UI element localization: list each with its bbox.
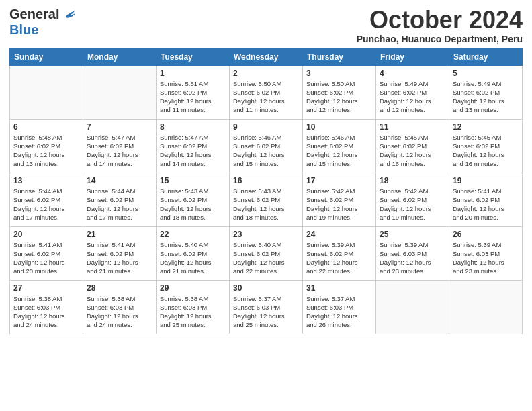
calendar-day-cell: 3Sunrise: 5:50 AM Sunset: 6:02 PM Daylig… — [303, 65, 376, 119]
day-number: 13 — [13, 176, 79, 185]
day-info: Sunrise: 5:39 AM Sunset: 6:03 PM Dayligh… — [453, 240, 519, 276]
day-number: 12 — [453, 122, 519, 132]
day-number: 5 — [453, 68, 519, 78]
calendar-day-cell: 17Sunrise: 5:42 AM Sunset: 6:02 PM Dayli… — [303, 173, 376, 226]
day-info: Sunrise: 5:37 AM Sunset: 6:03 PM Dayligh… — [233, 294, 299, 330]
day-info: Sunrise: 5:40 AM Sunset: 6:02 PM Dayligh… — [233, 240, 299, 276]
calendar-day-cell: 6Sunrise: 5:48 AM Sunset: 6:02 PM Daylig… — [10, 119, 83, 173]
col-sunday: Sunday — [10, 48, 83, 65]
day-number: 23 — [233, 230, 299, 239]
day-info: Sunrise: 5:42 AM Sunset: 6:02 PM Dayligh… — [306, 187, 372, 222]
day-number: 9 — [233, 122, 299, 132]
day-info: Sunrise: 5:38 AM Sunset: 6:03 PM Dayligh… — [13, 294, 79, 330]
day-info: Sunrise: 5:37 AM Sunset: 6:03 PM Dayligh… — [306, 294, 372, 330]
logo-general: General — [9, 7, 59, 22]
logo-bird-icon — [62, 7, 77, 22]
day-number: 21 — [87, 230, 152, 239]
day-info: Sunrise: 5:41 AM Sunset: 6:02 PM Dayligh… — [87, 240, 152, 276]
day-info: Sunrise: 5:47 AM Sunset: 6:02 PM Dayligh… — [87, 133, 152, 169]
day-number: 3 — [306, 68, 372, 78]
day-info: Sunrise: 5:40 AM Sunset: 6:02 PM Dayligh… — [160, 240, 226, 276]
day-number: 7 — [87, 122, 152, 132]
calendar-day-cell — [449, 280, 523, 334]
day-number: 18 — [380, 176, 445, 185]
col-wednesday: Wednesday — [230, 48, 303, 65]
calendar-day-cell: 11Sunrise: 5:45 AM Sunset: 6:02 PM Dayli… — [376, 119, 449, 173]
calendar-day-cell: 26Sunrise: 5:39 AM Sunset: 6:03 PM Dayli… — [449, 226, 523, 280]
day-number: 22 — [160, 230, 226, 239]
calendar-day-cell: 1Sunrise: 5:51 AM Sunset: 6:02 PM Daylig… — [157, 65, 230, 119]
calendar-day-cell: 30Sunrise: 5:37 AM Sunset: 6:03 PM Dayli… — [230, 280, 303, 334]
day-info: Sunrise: 5:48 AM Sunset: 6:02 PM Dayligh… — [13, 133, 79, 169]
day-number: 8 — [160, 122, 226, 132]
day-number: 1 — [160, 68, 226, 78]
day-number: 19 — [453, 176, 519, 185]
calendar-day-cell: 16Sunrise: 5:43 AM Sunset: 6:02 PM Dayli… — [230, 173, 303, 226]
day-number: 28 — [87, 283, 152, 293]
calendar-day-cell: 18Sunrise: 5:42 AM Sunset: 6:02 PM Dayli… — [376, 173, 449, 226]
title-area: October 2024 Punchao, Huanuco Department… — [357, 7, 523, 44]
day-number: 31 — [306, 283, 372, 293]
day-info: Sunrise: 5:44 AM Sunset: 6:02 PM Dayligh… — [87, 187, 152, 222]
calendar-day-cell: 31Sunrise: 5:37 AM Sunset: 6:03 PM Dayli… — [303, 280, 376, 334]
day-info: Sunrise: 5:47 AM Sunset: 6:02 PM Dayligh… — [160, 133, 226, 169]
day-number: 20 — [13, 230, 79, 239]
calendar-day-cell: 22Sunrise: 5:40 AM Sunset: 6:02 PM Dayli… — [157, 226, 230, 280]
logo-blue: Blue — [9, 22, 38, 37]
col-friday: Friday — [376, 48, 449, 65]
calendar-day-cell: 20Sunrise: 5:41 AM Sunset: 6:02 PM Dayli… — [10, 226, 83, 280]
calendar-day-cell: 15Sunrise: 5:43 AM Sunset: 6:02 PM Dayli… — [157, 173, 230, 226]
calendar-day-cell: 5Sunrise: 5:49 AM Sunset: 6:02 PM Daylig… — [449, 65, 523, 119]
day-info: Sunrise: 5:38 AM Sunset: 6:03 PM Dayligh… — [87, 294, 152, 330]
calendar-day-cell: 23Sunrise: 5:40 AM Sunset: 6:02 PM Dayli… — [230, 226, 303, 280]
day-info: Sunrise: 5:39 AM Sunset: 6:03 PM Dayligh… — [380, 240, 445, 276]
day-info: Sunrise: 5:46 AM Sunset: 6:02 PM Dayligh… — [233, 133, 299, 169]
col-thursday: Thursday — [303, 48, 376, 65]
col-saturday: Saturday — [449, 48, 523, 65]
calendar-day-cell — [10, 65, 83, 119]
calendar-day-cell: 7Sunrise: 5:47 AM Sunset: 6:02 PM Daylig… — [83, 119, 157, 173]
day-info: Sunrise: 5:41 AM Sunset: 6:02 PM Dayligh… — [13, 240, 79, 276]
calendar-day-cell: 21Sunrise: 5:41 AM Sunset: 6:02 PM Dayli… — [83, 226, 157, 280]
calendar-day-cell — [83, 65, 157, 119]
col-monday: Monday — [83, 48, 157, 65]
calendar-day-cell: 24Sunrise: 5:39 AM Sunset: 6:02 PM Dayli… — [303, 226, 376, 280]
day-info: Sunrise: 5:50 AM Sunset: 6:02 PM Dayligh… — [233, 79, 299, 115]
day-info: Sunrise: 5:45 AM Sunset: 6:02 PM Dayligh… — [380, 133, 445, 169]
day-info: Sunrise: 5:41 AM Sunset: 6:02 PM Dayligh… — [453, 187, 519, 222]
day-number: 29 — [160, 283, 226, 293]
calendar-day-cell: 25Sunrise: 5:39 AM Sunset: 6:03 PM Dayli… — [376, 226, 449, 280]
calendar-day-cell: 2Sunrise: 5:50 AM Sunset: 6:02 PM Daylig… — [230, 65, 303, 119]
calendar-table: Sunday Monday Tuesday Wednesday Thursday… — [9, 48, 523, 334]
day-info: Sunrise: 5:45 AM Sunset: 6:02 PM Dayligh… — [453, 133, 519, 169]
day-number: 26 — [453, 230, 519, 239]
day-info: Sunrise: 5:42 AM Sunset: 6:02 PM Dayligh… — [380, 187, 445, 222]
calendar-day-cell: 10Sunrise: 5:46 AM Sunset: 6:02 PM Dayli… — [303, 119, 376, 173]
day-number: 25 — [380, 230, 445, 239]
calendar-day-cell: 4Sunrise: 5:49 AM Sunset: 6:02 PM Daylig… — [376, 65, 449, 119]
day-number: 15 — [160, 176, 226, 185]
month-title: October 2024 — [357, 7, 523, 34]
calendar-day-cell: 19Sunrise: 5:41 AM Sunset: 6:02 PM Dayli… — [449, 173, 523, 226]
day-info: Sunrise: 5:49 AM Sunset: 6:02 PM Dayligh… — [453, 79, 519, 115]
calendar-day-cell: 14Sunrise: 5:44 AM Sunset: 6:02 PM Dayli… — [83, 173, 157, 226]
calendar-day-cell: 27Sunrise: 5:38 AM Sunset: 6:03 PM Dayli… — [10, 280, 83, 334]
day-number: 2 — [233, 68, 299, 78]
day-info: Sunrise: 5:50 AM Sunset: 6:02 PM Dayligh… — [306, 79, 372, 115]
day-number: 17 — [306, 176, 372, 185]
location-title: Punchao, Huanuco Department, Peru — [357, 34, 523, 44]
calendar-week-row: 6Sunrise: 5:48 AM Sunset: 6:02 PM Daylig… — [10, 119, 523, 173]
col-tuesday: Tuesday — [157, 48, 230, 65]
day-number: 10 — [306, 122, 372, 132]
day-number: 4 — [380, 68, 445, 78]
day-info: Sunrise: 5:51 AM Sunset: 6:02 PM Dayligh… — [160, 79, 226, 115]
calendar-week-row: 27Sunrise: 5:38 AM Sunset: 6:03 PM Dayli… — [10, 280, 523, 334]
day-number: 6 — [13, 122, 79, 132]
day-number: 24 — [306, 230, 372, 239]
day-info: Sunrise: 5:43 AM Sunset: 6:02 PM Dayligh… — [160, 187, 226, 222]
day-number: 30 — [233, 283, 299, 293]
calendar-week-row: 1Sunrise: 5:51 AM Sunset: 6:02 PM Daylig… — [10, 65, 523, 119]
day-number: 11 — [380, 122, 445, 132]
calendar-day-cell: 8Sunrise: 5:47 AM Sunset: 6:02 PM Daylig… — [157, 119, 230, 173]
day-number: 14 — [87, 176, 152, 185]
